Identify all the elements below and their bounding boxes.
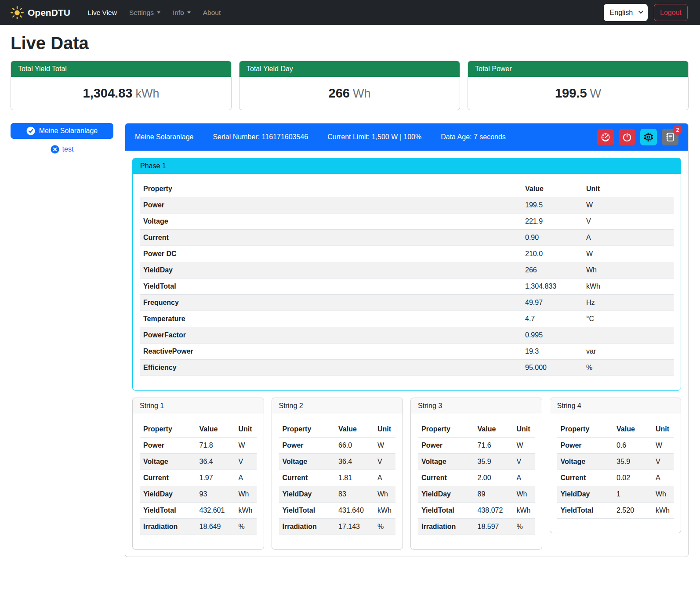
table-row: Current1.97A [140, 470, 257, 486]
limit-settings-button[interactable] [597, 129, 614, 145]
unit-cell: % [510, 519, 535, 535]
string-title: String 2 [272, 398, 403, 414]
value-cell: 0.02 [613, 470, 649, 486]
app-brand[interactable]: OpenDTU [11, 6, 70, 19]
property-cell: Irradiation [140, 519, 196, 535]
column-unit: Unit [649, 421, 674, 438]
string-card: String 1 Property Value Unit [132, 398, 264, 550]
event-log-button[interactable]: 2 [662, 129, 678, 145]
property-cell: Current [140, 470, 196, 486]
nav-item-label: Info [173, 9, 184, 17]
string-card: String 4 Property Value Unit [550, 398, 682, 533]
table-row: Voltage221.9V [140, 213, 674, 230]
inverter-item-test[interactable]: test [11, 145, 113, 154]
x-circle-icon [51, 145, 59, 154]
value-cell: 17.143 [335, 519, 371, 535]
sun-icon [11, 6, 24, 19]
inverter-select-button[interactable]: Meine Solaranlage [11, 123, 113, 139]
value-cell: 71.6 [474, 438, 510, 454]
inverter-header: Meine Solaranlage Serial Number: 1161716… [125, 123, 688, 151]
navbar: OpenDTU Live View Settings Info About En… [0, 0, 700, 25]
unit-cell: % [232, 519, 257, 535]
value-cell: 210.0 [522, 246, 579, 262]
value-cell: 19.3 [522, 344, 579, 360]
check-circle-icon [26, 127, 35, 135]
unit-cell: A [579, 230, 674, 246]
property-cell: Voltage [140, 454, 196, 470]
phase-table: Property Value Unit Power199.5WVoltage22… [140, 181, 674, 376]
nav-item-settings[interactable]: Settings [123, 5, 167, 20]
card-unit: kWh [135, 87, 159, 100]
value-cell: 83 [335, 486, 371, 503]
table-row: Power66.0W [279, 438, 396, 454]
unit-cell: kWh [510, 503, 535, 519]
inverter-serial: Serial Number: 116171603546 [213, 133, 308, 141]
table-header-row: Property Value Unit [279, 421, 396, 438]
phase-title: Phase 1 [133, 158, 681, 174]
property-cell: YieldDay [140, 262, 522, 279]
value-cell: 18.649 [196, 519, 232, 535]
string-title: String 4 [550, 398, 681, 414]
unit-cell: °C [579, 311, 674, 327]
value-cell: 35.9 [474, 454, 510, 470]
inverter-limit: Current Limit: 1,500 W | 100% [327, 133, 421, 141]
property-cell: Voltage [279, 454, 335, 470]
unit-cell: V [232, 454, 257, 470]
table-row: Power DC210.0W [140, 246, 674, 262]
card-body: 199.5W [468, 77, 688, 110]
table-row: YieldDay1Wh [557, 486, 674, 503]
table-row: Current0.90A [140, 230, 674, 246]
table-row: Power71.8W [140, 438, 257, 454]
table-row: YieldTotal432.601kWh [140, 503, 257, 519]
unit-cell [579, 327, 674, 344]
table-row: Power199.5W [140, 197, 674, 213]
logout-button[interactable]: Logout [654, 4, 688, 21]
event-count-badge: 2 [673, 125, 682, 135]
nav-item-info[interactable]: Info [167, 5, 197, 20]
table-row: Voltage36.4V [279, 454, 396, 470]
inverter-select-label: Meine Solaranlage [39, 127, 98, 135]
inverter-card: Meine Solaranlage Serial Number: 1161716… [125, 123, 689, 557]
table-row: Efficiency95.000% [140, 360, 674, 376]
device-info-button[interactable] [640, 129, 657, 145]
property-cell: PowerFactor [140, 327, 522, 344]
nav-item-live-view[interactable]: Live View [82, 5, 123, 20]
column-value: Value [474, 421, 510, 438]
card-header: Total Yield Day [239, 61, 460, 77]
table-header-row: Property Value Unit [140, 421, 257, 438]
property-cell: YieldTotal [418, 503, 474, 519]
value-cell: 2.00 [474, 470, 510, 486]
unit-cell: W [579, 246, 674, 262]
unit-cell: Wh [510, 486, 535, 503]
property-cell: YieldTotal [140, 503, 196, 519]
nav-item-about[interactable]: About [197, 5, 227, 20]
property-cell: Voltage [557, 454, 613, 470]
table-row: PowerFactor0.995 [140, 327, 674, 344]
table-row: Irradiation18.597% [418, 519, 535, 535]
column-unit: Unit [371, 421, 395, 438]
unit-cell: W [232, 438, 257, 454]
unit-cell: V [579, 213, 674, 230]
power-button[interactable] [619, 129, 635, 145]
table-row: YieldDay89Wh [418, 486, 535, 503]
chevron-down-icon [157, 11, 160, 14]
language-value: English [610, 9, 633, 17]
property-cell: YieldTotal [557, 503, 613, 519]
value-cell: 266 [522, 262, 579, 279]
unit-cell: var [579, 344, 674, 360]
total-power-card: Total Power 199.5W [468, 61, 689, 110]
column-value: Value [613, 421, 649, 438]
summary-cards-row: Total Yield Total 1,304.83kWh Total Yiel… [11, 61, 689, 110]
value-cell: 0.90 [522, 230, 579, 246]
page-title: Live Data [11, 33, 689, 53]
property-cell: YieldDay [418, 486, 474, 503]
string-card: String 2 Property Value Unit [272, 398, 403, 550]
table-row: ReactivePower19.3var [140, 344, 674, 360]
string-body: Property Value Unit Power71.6WVoltage35.… [411, 414, 542, 549]
nav-links: Live View Settings Info About [82, 5, 227, 20]
table-row: Irradiation18.649% [140, 519, 257, 535]
unit-cell: Hz [579, 295, 674, 311]
language-select[interactable]: English [604, 4, 648, 21]
property-cell: Power [418, 438, 474, 454]
value-cell: 438.072 [474, 503, 510, 519]
